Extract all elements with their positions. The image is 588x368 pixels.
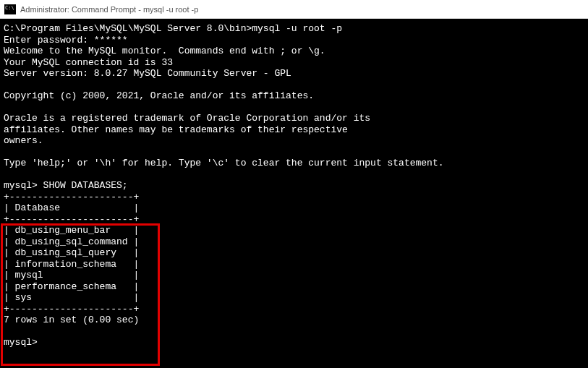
line: | db_using_sql_command | bbox=[4, 236, 139, 247]
line: +----------------------+ bbox=[4, 214, 139, 225]
line: owners. bbox=[4, 135, 43, 146]
line: Your MySQL connection id is 33 bbox=[4, 57, 173, 68]
line: +----------------------+ bbox=[4, 192, 139, 202]
line: | performance_schema | bbox=[4, 281, 139, 292]
line: C:\Program Files\MySQL\MySQL Server 8.0\… bbox=[4, 23, 342, 34]
line: mysql> bbox=[4, 337, 38, 348]
terminal-output[interactable]: C:\Program Files\MySQL\MySQL Server 8.0\… bbox=[0, 19, 588, 368]
line: mysql> SHOW DATABASES; bbox=[4, 180, 128, 191]
line: Enter password: ****** bbox=[4, 35, 128, 46]
line: Oracle is a registered trademark of Orac… bbox=[4, 113, 370, 124]
title-bar[interactable]: Administrator: Command Prompt - mysql -u… bbox=[0, 0, 588, 19]
line: | db_using_menu_bar | bbox=[4, 225, 139, 236]
line: | Database | bbox=[4, 202, 139, 213]
line: | mysql | bbox=[4, 270, 139, 281]
line: Welcome to the MySQL monitor. Commands e… bbox=[4, 46, 325, 56]
line: +----------------------+ bbox=[4, 304, 139, 314]
line: Type 'help;' or '\h' for help. Type '\c'… bbox=[4, 158, 444, 168]
line: | sys | bbox=[4, 292, 139, 303]
cmd-icon bbox=[4, 4, 16, 14]
line: | db_using_sql_query | bbox=[4, 247, 139, 258]
line: affiliates. Other names may be trademark… bbox=[4, 124, 348, 135]
line: Copyright (c) 2000, 2021, Oracle and/or … bbox=[4, 90, 314, 101]
line: | information_schema | bbox=[4, 259, 139, 270]
line: Server version: 8.0.27 MySQL Community S… bbox=[4, 68, 291, 79]
window-title: Administrator: Command Prompt - mysql -u… bbox=[20, 5, 198, 14]
line: 7 rows in set (0.00 sec) bbox=[4, 314, 139, 325]
